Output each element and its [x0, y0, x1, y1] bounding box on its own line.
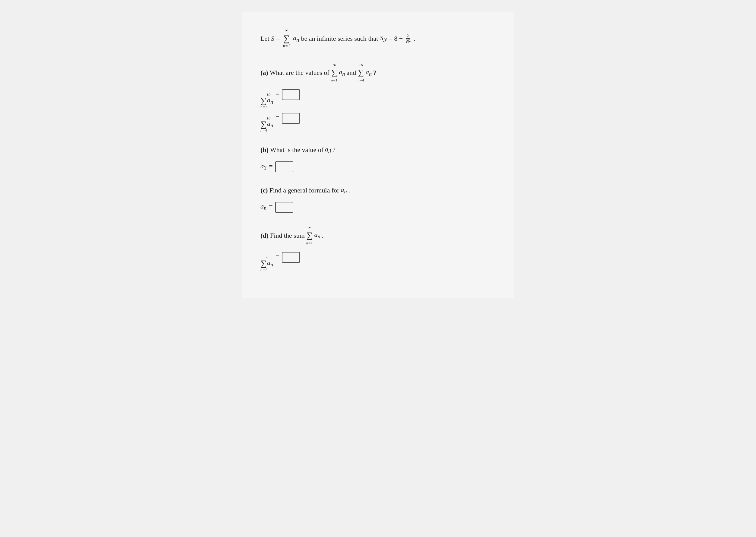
page-content: Let S = ∞ ∑ n=1 an be an infinite series…	[242, 12, 514, 298]
section-c: (c) Find a general formula for an . an =	[260, 184, 496, 213]
part-a-question: (a) What are the values of 10 ∑ n=1 an a…	[260, 62, 496, 84]
ans2-equals: =	[276, 112, 279, 122]
part-c-text: Find a general formula for	[269, 185, 339, 195]
sigma-inf-sub: n=1	[306, 240, 313, 246]
ans-d-input[interactable]	[282, 252, 300, 263]
answer-a2: 16 ∑ an n=4 =	[260, 112, 496, 133]
ans2-var: an	[267, 120, 273, 129]
sigma-sup: ∞	[285, 27, 288, 34]
ans2-input[interactable]	[282, 113, 300, 124]
intro-period: .	[414, 33, 415, 44]
ans-d-sub: n=1	[260, 268, 267, 271]
sigma10-sym: ∑	[331, 68, 337, 77]
var-an-c: an	[341, 184, 347, 196]
equals-sign: =	[276, 33, 280, 44]
part-c-question: (c) Find a general formula for an .	[260, 184, 496, 196]
sigma-inf-var: an	[315, 229, 321, 241]
var-SN: SN	[380, 33, 387, 45]
ans1-sub: n=1	[260, 105, 267, 109]
text-be: be an infinite series such that	[301, 33, 378, 44]
part-b-text: What is the value of	[270, 145, 323, 155]
ans1-mid: ∑ an	[260, 97, 273, 105]
ans-b-var: a3	[260, 161, 266, 173]
ans1-sigma: ∑	[260, 97, 266, 105]
equals2: = 8 −	[389, 33, 403, 44]
part-b-question-mark: ?	[332, 145, 335, 155]
intro-line: Let S = ∞ ∑ n=1 an be an infinite series…	[260, 27, 496, 50]
sigma-inf-q: ∞ ∑ n=1	[306, 225, 313, 246]
text-and: and	[347, 67, 356, 78]
answer-a1: 10 ∑ an n=1 =	[260, 88, 496, 109]
ans-d-equals: =	[276, 251, 279, 262]
ans2-sub: n=4	[260, 129, 267, 133]
frac-denominator: N²	[405, 39, 411, 44]
sigma16-sup: 16	[359, 62, 363, 68]
ans-b-input[interactable]	[275, 161, 293, 172]
sigma-sub: n=1	[283, 43, 290, 50]
part-a-label: (a)	[260, 67, 268, 78]
ans-c-input[interactable]	[275, 202, 293, 213]
section-d: (d) Find the sum ∞ ∑ n=1 an . ∞ ∑ an n=1…	[260, 225, 496, 271]
sigma-symbol: ∑	[284, 34, 290, 43]
ans-lhs-2: 16 ∑ an n=4	[260, 116, 273, 133]
ans-c-equals: =	[269, 201, 273, 212]
answer-b: a3 =	[260, 161, 496, 173]
sigma16-sub: n=4	[358, 77, 364, 84]
ans1-var: an	[267, 97, 273, 105]
part-b-label: (b)	[260, 145, 269, 155]
section-b: (b) What is the value of a3 ? a3 =	[260, 144, 496, 173]
ans2-sigma: ∑	[260, 120, 266, 129]
part-a-question-mark: ?	[373, 67, 376, 78]
sigma16-var: an	[366, 67, 372, 79]
ans-d-mid: ∑ an	[260, 259, 273, 268]
part-d-question: (d) Find the sum ∞ ∑ n=1 an .	[260, 225, 496, 246]
var-S: S	[271, 33, 274, 44]
ans-b-equals: =	[269, 161, 273, 171]
ans1-input[interactable]	[282, 89, 300, 100]
part-a-text: What are the values of	[270, 67, 329, 78]
part-d-label: (d)	[260, 230, 269, 241]
sigma10-sup: 10	[332, 62, 336, 68]
part-c-period: .	[349, 185, 350, 195]
intro-sigma: ∞ ∑ n=1	[283, 27, 290, 50]
ans-d-sigma: ∑	[260, 259, 266, 268]
sigma-10: 10 ∑ n=1	[331, 62, 338, 84]
ans1-equals: =	[276, 88, 279, 99]
frac-numerator: 5	[406, 33, 410, 39]
var-a3-question: a3	[325, 144, 331, 156]
sigma-16: 16 ∑ n=4	[358, 62, 364, 84]
sigma16-sym: ∑	[358, 68, 364, 77]
text-let: Let	[260, 33, 269, 44]
part-c-label: (c)	[260, 185, 268, 195]
answer-c: an =	[260, 201, 496, 213]
ans-lhs-d: ∞ ∑ an n=1	[260, 255, 273, 271]
part-d-period: .	[322, 230, 324, 241]
ans-c-var: an	[260, 201, 266, 213]
sigma10-var: an	[339, 67, 345, 79]
sigma-inf-sym: ∑	[307, 231, 313, 240]
ans-lhs-1: 10 ∑ an n=1	[260, 93, 273, 109]
part-d-text: Find the sum	[270, 230, 305, 241]
ans2-mid: ∑ an	[260, 120, 273, 129]
sigma-inf-sup: ∞	[308, 225, 311, 231]
answer-d: ∞ ∑ an n=1 =	[260, 251, 496, 271]
part-b-question: (b) What is the value of a3 ?	[260, 144, 496, 156]
section-a: (a) What are the values of 10 ∑ n=1 an a…	[260, 62, 496, 133]
var-an: an	[293, 33, 299, 45]
sigma10-sub: n=1	[331, 77, 338, 84]
ans-d-var: an	[267, 260, 273, 268]
fraction-5-N2: 5 N²	[405, 33, 411, 44]
